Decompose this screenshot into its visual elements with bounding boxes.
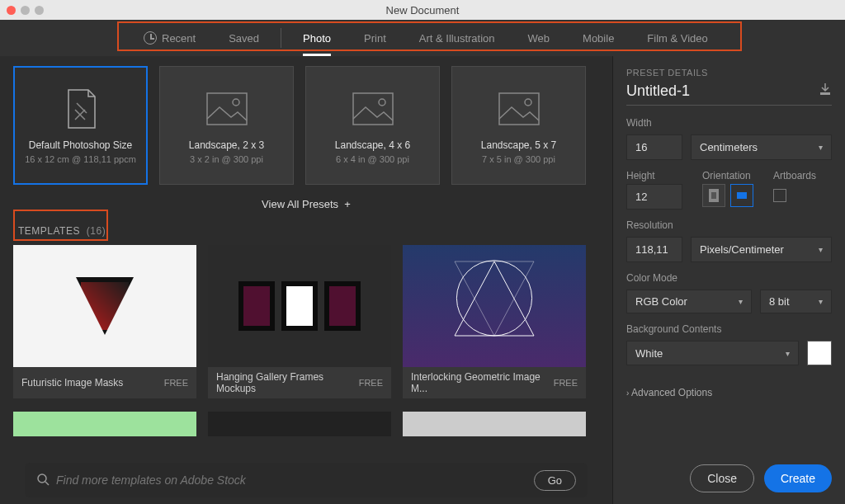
height-label: Height (626, 170, 682, 181)
zoom-window-icon[interactable] (35, 6, 44, 15)
tab-separator (281, 28, 281, 48)
templates-grid: Futuristic Image Masks FREE Hanging Gall… (13, 245, 599, 398)
template-title: Futuristic Image Masks (21, 377, 123, 389)
bitdepth-select[interactable]: 8 bit ▾ (760, 290, 832, 313)
view-all-presets[interactable]: View All Presets + (13, 198, 599, 210)
templates-row-2 (13, 412, 599, 436)
svg-rect-2 (353, 93, 393, 125)
tab-label: Print (364, 32, 386, 45)
orientation-portrait[interactable] (702, 184, 725, 207)
template-thumb (208, 245, 391, 367)
preset-sub: 3 x 2 in @ 300 ppi (190, 154, 263, 164)
resolution-unit-value: Pixels/Centimeter (700, 243, 784, 256)
svg-rect-4 (499, 93, 539, 125)
tab-print[interactable]: Print (347, 20, 403, 56)
svg-point-3 (379, 99, 385, 106)
preset-sub: 6 x 4 in @ 300 ppi (336, 154, 409, 164)
tab-saved[interactable]: Saved (212, 20, 276, 56)
tab-label: Mobile (583, 32, 614, 45)
chevron-down-icon: ▾ (819, 297, 823, 306)
image-icon (351, 87, 395, 131)
tab-recent[interactable]: Recent (127, 20, 212, 56)
section-title: TEMPLATES (18, 225, 80, 237)
document-icon (59, 87, 103, 131)
height-input[interactable] (626, 184, 682, 210)
resolution-input[interactable] (626, 237, 682, 262)
document-name[interactable]: Untitled-1 (626, 82, 690, 100)
preset-name: Default Photoshop Size (29, 139, 132, 151)
background-color-swatch[interactable] (807, 341, 832, 365)
template-thumb (403, 245, 586, 367)
template-card[interactable]: Interlocking Geometric Image M... FREE (403, 245, 586, 398)
tab-art[interactable]: Art & Illustration (403, 20, 512, 56)
svg-rect-13 (737, 192, 747, 199)
svg-point-8 (456, 261, 531, 336)
chevron-down-icon: ▾ (739, 297, 743, 306)
close-button[interactable]: Close (690, 464, 754, 492)
bitdepth-value: 8 bit (769, 295, 790, 308)
colormode-label: Color Mode (626, 272, 832, 284)
template-title: Hanging Gallery Frames Mockups (216, 371, 359, 394)
template-card[interactable] (403, 412, 586, 436)
preset-row: Default Photoshop Size 16 x 12 cm @ 118,… (13, 66, 599, 185)
tab-photo[interactable]: Photo (286, 20, 347, 56)
search-icon (36, 473, 50, 488)
preset-details-panel: PRESET DETAILS Untitled-1 Width Centimet… (612, 56, 845, 504)
minimize-window-icon[interactable] (21, 6, 30, 15)
tab-film[interactable]: Film & Video (630, 20, 724, 56)
advanced-options-toggle[interactable]: › Advanced Options (626, 387, 832, 398)
preset-name: Landscape, 2 x 3 (189, 139, 264, 151)
background-select[interactable]: White ▾ (626, 341, 799, 365)
colormode-select[interactable]: RGB Color ▾ (626, 290, 752, 313)
tab-label: Recent (162, 32, 196, 45)
template-card[interactable]: Futuristic Image Masks FREE (13, 245, 196, 398)
template-price: FREE (164, 378, 188, 388)
tab-label: Art & Illustration (419, 32, 495, 45)
tab-label: Saved (229, 32, 259, 45)
preset-name: Landscape, 4 x 6 (335, 139, 410, 151)
template-title: Interlocking Geometric Image M... (411, 371, 554, 394)
chevron-down-icon: ▾ (786, 349, 790, 358)
template-price: FREE (554, 378, 578, 388)
width-label: Width (626, 117, 832, 129)
template-card[interactable] (13, 412, 196, 436)
artboards-checkbox[interactable] (773, 189, 786, 202)
width-input[interactable] (626, 134, 682, 160)
svg-point-9 (38, 474, 46, 483)
stock-search-input[interactable] (56, 473, 534, 487)
resolution-label: Resolution (626, 219, 832, 231)
titlebar: New Document (0, 0, 845, 20)
orientation-label: Orientation (702, 170, 753, 181)
preset-sub: 16 x 12 cm @ 118,11 ppcm (25, 154, 136, 164)
window-controls (7, 6, 44, 15)
go-button[interactable]: Go (534, 470, 576, 491)
tab-label: Web (528, 32, 550, 45)
preset-card[interactable]: Landscape, 4 x 6 6 x 4 in @ 300 ppi (305, 66, 440, 185)
save-preset-icon[interactable] (819, 82, 832, 100)
plus-icon: + (342, 198, 351, 210)
units-select[interactable]: Centimeters ▾ (691, 134, 832, 160)
template-price: FREE (359, 378, 383, 388)
preset-card[interactable]: Landscape, 2 x 3 3 x 2 in @ 300 ppi (159, 66, 294, 185)
tab-mobile[interactable]: Mobile (566, 20, 630, 56)
resolution-unit-select[interactable]: Pixels/Centimeter ▾ (691, 237, 832, 262)
close-window-icon[interactable] (7, 6, 16, 15)
template-card[interactable] (208, 412, 391, 436)
orientation-landscape[interactable] (730, 184, 753, 207)
tab-web[interactable]: Web (512, 20, 567, 56)
svg-rect-0 (207, 93, 247, 125)
left-panel: Default Photoshop Size 16 x 12 cm @ 118,… (0, 56, 612, 504)
preset-sub: 7 x 5 in @ 300 ppi (482, 154, 555, 164)
create-button[interactable]: Create (764, 464, 832, 492)
preset-name: Landscape, 5 x 7 (481, 139, 556, 151)
tab-label: Photo (303, 32, 331, 45)
colormode-value: RGB Color (635, 295, 687, 308)
template-card[interactable]: Hanging Gallery Frames Mockups FREE (208, 245, 391, 398)
svg-point-5 (525, 99, 531, 106)
template-thumb (13, 245, 196, 367)
preset-card[interactable]: Landscape, 5 x 7 7 x 5 in @ 300 ppi (451, 66, 586, 185)
window-title: New Document (386, 4, 460, 16)
svg-point-1 (233, 99, 239, 106)
preset-card[interactable]: Default Photoshop Size 16 x 12 cm @ 118,… (13, 66, 148, 185)
stock-search-bar: Go (25, 463, 588, 497)
